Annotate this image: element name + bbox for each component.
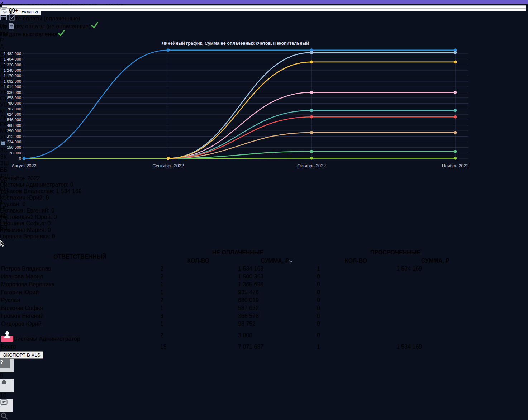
sidebar-item-22[interactable]: АК	[0, 180, 20, 186]
help-icon[interactable]: ?9	[0, 359, 528, 379]
sidebar-item-2[interactable]: А	[0, 44, 20, 50]
table-row: Волкова Софья 1 587 632 0	[1, 305, 474, 312]
sidebar-item-4[interactable]: В	[0, 57, 20, 63]
count-value: 0	[317, 332, 320, 338]
unpaid-sum: 98 752	[238, 320, 316, 328]
col-responsible[interactable]: ОТВЕТСТВЕННЫЙ	[1, 249, 159, 264]
sidebar-item-23[interactable]: Ш«	[0, 186, 20, 192]
sidebar-item-28[interactable]: БД	[0, 218, 20, 225]
sidebar-item-1[interactable]: Р	[0, 37, 20, 44]
sort-chevron-icon	[289, 258, 293, 264]
sidebar-item-21[interactable]: 1Ш	[0, 173, 20, 180]
right-sidebar: ?910ZITPАБ	[0, 359, 528, 420]
col-overdue-count[interactable]: КОЛ-ВО	[317, 257, 395, 264]
sidebar-item-3[interactable]: СТ	[0, 50, 20, 57]
sidebar-item-17[interactable]: ЗС	[0, 147, 20, 154]
close-menu-button[interactable]: ×	[0, 0, 20, 6]
main-area: Диапазон с 31.08.2022 по 18.11.2022 × Фи…	[0, 0, 528, 359]
tooltip-title: Сентябрь 2022	[0, 175, 528, 182]
count-link[interactable]: 2	[160, 297, 163, 303]
count-value: 0	[317, 313, 320, 319]
sidebar-item-29[interactable]: БД	[0, 225, 20, 231]
sidebar-item-14[interactable]: РА	[0, 121, 20, 128]
table-row: Гагарин Юрий 1 935 476 0	[1, 289, 474, 296]
sidebar-item-18[interactable]: ЗК	[0, 154, 20, 160]
count-value: 0	[317, 321, 320, 327]
table-row: Петров Владислав 2 1 534 169 1 1 534 169	[1, 265, 474, 272]
svg-text:Сентябрь 2022: Сентябрь 2022	[152, 163, 184, 168]
col-unpaid-sum[interactable]: СУММА, ₽	[238, 257, 316, 264]
tooltip-series-8: Горяная Вероника: 0	[0, 233, 528, 240]
count-link[interactable]: 1	[160, 281, 163, 287]
sidebar-item-6[interactable]: А	[0, 70, 20, 76]
count-value: 0	[317, 273, 320, 280]
sidebar-item-13[interactable]: ЛК	[0, 115, 20, 121]
overdue-sum	[396, 273, 474, 280]
sidebar-item-10[interactable]: СУ	[0, 95, 20, 102]
overdue-sum	[396, 281, 474, 288]
sidebar-item-26[interactable]: НС	[0, 205, 20, 212]
sidebar-item-16[interactable]: УС	[0, 134, 20, 140]
unpaid-sum: 1 365 698	[238, 281, 316, 288]
chat-settings-icon[interactable]	[0, 399, 528, 412]
line-chart[interactable]: Линейный график. Сумма не оплаченных сче…	[0, 38, 528, 248]
count-value: 0	[317, 281, 320, 287]
table-row: Морозова Вероника 1 1 365 698 0	[1, 281, 474, 288]
count-value: 0	[317, 297, 320, 303]
count-link[interactable]: 3	[160, 313, 163, 319]
tab-2[interactable]: По дате выставления	[0, 30, 146, 38]
count-link[interactable]: 1	[317, 266, 320, 272]
count-link[interactable]: 2	[160, 266, 163, 272]
count-link[interactable]: 1	[160, 289, 163, 295]
tooltip-series-7: Кузьмина Мария: 0	[0, 227, 528, 233]
tab-check-icon	[91, 22, 99, 28]
search-icon[interactable]	[0, 412, 528, 420]
sidebar-item-0[interactable]: ТМ	[0, 31, 20, 37]
count-link[interactable]: 1	[160, 305, 163, 311]
tasks-badge: 73	[0, 24, 6, 30]
tooltip-series-3: Руслан: 0	[0, 201, 528, 207]
sidebar-item-15[interactable]: МС	[0, 128, 20, 134]
unpaid-sum: 587 632	[238, 305, 316, 312]
sidebar-item-20[interactable]: ББ	[0, 167, 20, 173]
sidebar-item-11[interactable]: УО	[0, 102, 20, 108]
count-link[interactable]: 2	[160, 273, 163, 280]
count-link[interactable]: 1	[160, 321, 163, 327]
col-unpaid-count[interactable]: КОЛ-ВО	[160, 257, 237, 264]
sidebar-item-8[interactable]: ЯК	[0, 82, 20, 89]
panel-icon[interactable]	[0, 16, 9, 22]
sidebar-item-9[interactable]: УБ	[0, 89, 20, 95]
tab-check-icon	[57, 30, 65, 36]
filter-list-icon[interactable]	[0, 8, 9, 14]
sidebar-item-12[interactable]: М	[0, 108, 20, 115]
android-icon[interactable]	[0, 140, 20, 147]
svg-text:Октябрь 2022: Октябрь 2022	[297, 163, 326, 168]
col-overdue-sum[interactable]: СУММА, ₽	[396, 257, 474, 264]
svg-text:Ноябрь 2022: Ноябрь 2022	[442, 163, 469, 168]
tab-1[interactable]: По сроку оплаты (не оплаченные)	[0, 22, 171, 30]
sidebar-item-5[interactable]: УБ	[0, 63, 20, 70]
svg-text:Линейный график. Сумма не опла: Линейный график. Сумма не оплаченных сче…	[162, 41, 309, 46]
tasks-checkbox-icon[interactable]	[9, 16, 15, 22]
tooltip-series-6: Едошина Софья: 0	[0, 220, 528, 227]
tooltip-series-1: Танасов Владислав: 1 534 169	[0, 188, 528, 195]
table-row: Сидоров Юрий 1 98 752 0	[1, 320, 474, 328]
unpaid-sum: 3 000	[238, 328, 316, 343]
count-link[interactable]: 2	[160, 332, 163, 338]
sidebar-item-24[interactable]: СВ	[0, 192, 20, 199]
table-row: Иванова Мария 2 1 500 363 0	[1, 273, 474, 280]
group-overdue: ПРОСРОЧЕННЫЕ	[317, 249, 474, 256]
bell-icon[interactable]: 10	[0, 379, 528, 399]
sidebar-item-19[interactable]: ЗШ	[0, 160, 20, 167]
unpaid-sum: 935 476	[238, 289, 316, 296]
overdue-sum	[396, 297, 474, 304]
sidebar-item-7[interactable]: ОП	[0, 76, 20, 82]
tab-0[interactable]: По дате оплаты (оплаченные)	[0, 15, 154, 22]
overdue-sum	[396, 312, 474, 320]
responsible-link[interactable]: Системы Администратор	[13, 336, 80, 342]
sidebar-item-27[interactable]: ДБ	[0, 212, 20, 218]
document-icon[interactable]	[8, 24, 14, 30]
sidebar-item-25[interactable]: 1	[0, 199, 20, 205]
tooltip-series-2: Костюхин Юрий: 0	[0, 195, 528, 201]
overdue-sum: 1 534 169	[396, 265, 474, 272]
